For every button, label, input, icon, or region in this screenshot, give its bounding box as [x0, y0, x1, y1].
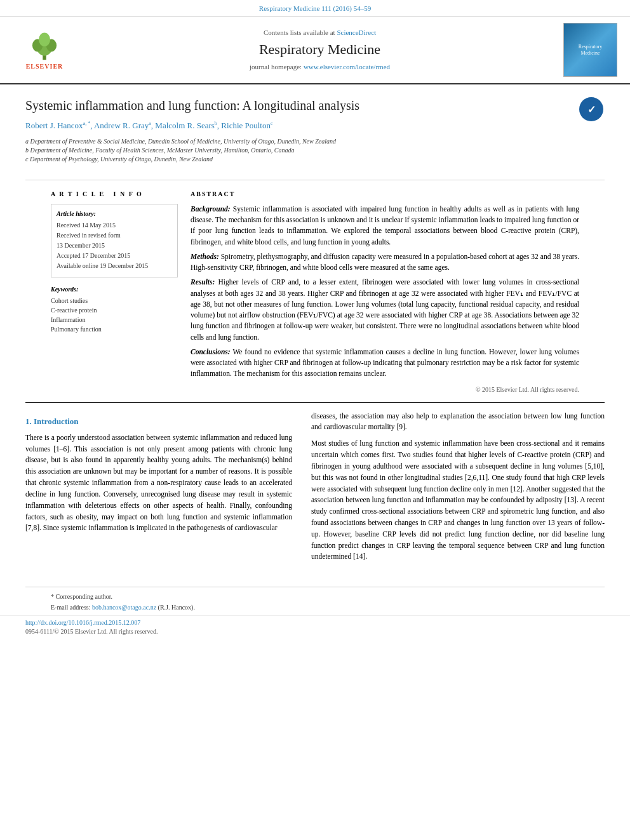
abstract-text: Background: Systemic inflammation is ass…	[191, 204, 579, 394]
intro-paragraph-2: diseases, the association may also help …	[311, 411, 605, 434]
author3-name: , Malcolm R. Sears	[151, 121, 215, 131]
background-label: Background:	[191, 205, 231, 213]
contents-line: Contents lists available at ScienceDirec…	[89, 28, 551, 37]
journal-ref-text: Respiratory Medicine 111 (2016) 54–59	[259, 4, 371, 12]
elsevier-brand-text: ELSEVIER	[26, 62, 64, 71]
article-history-heading: Article history:	[57, 210, 172, 218]
keywords-heading: Keywords:	[51, 285, 178, 294]
body-right-col: diseases, the association may also help …	[311, 411, 605, 568]
abstract-methods: Methods: Spirometry, plethysmography, an…	[191, 251, 579, 274]
abstract-background: Background: Systemic inflammation is ass…	[191, 204, 579, 248]
body-left-col: 1. Introduction There is a poorly unders…	[25, 411, 292, 568]
author1-sup: a, *	[83, 121, 91, 126]
section-divider	[25, 402, 605, 403]
article-info-col: A R T I C L E I N F O Article history: R…	[51, 190, 178, 394]
article-info-abstract-section: A R T I C L E I N F O Article history: R…	[25, 180, 605, 394]
footnotes-area: * Corresponding author. E-mail address: …	[25, 587, 605, 612]
conclusions-text: We found no evidence that systemic infla…	[191, 348, 579, 378]
sciencedirect-link[interactable]: ScienceDirect	[337, 29, 376, 36]
intro-paragraph-3: Most studies of lung function and system…	[311, 438, 605, 563]
copyright-text: © 2015 Elsevier Ltd. All rights reserved…	[191, 385, 579, 394]
online-date: Available online 19 December 2015	[57, 262, 172, 270]
email-note: E-mail address: bob.hancox@otago.ac.nz (…	[51, 603, 579, 612]
keyword-4: Pulmonary function	[51, 324, 178, 334]
introduction-heading: 1. Introduction	[25, 416, 292, 427]
abstract-heading: ABSTRACT	[191, 190, 579, 199]
introduction-text-right: diseases, the association may also help …	[311, 411, 605, 563]
keywords-box: Keywords: Cohort studies C-reactive prot…	[51, 285, 178, 334]
corresponding-author-note: * Corresponding author.	[51, 592, 579, 601]
accepted-date: Accepted 17 December 2015	[57, 251, 172, 260]
body-section: 1. Introduction There is a poorly unders…	[0, 411, 630, 568]
intro-paragraph-1: There is a poorly understood association…	[25, 432, 292, 534]
bottom-bar: http://dx.doi.org/10.1016/j.rmed.2015.12…	[0, 615, 630, 639]
svg-text:✓: ✓	[587, 104, 596, 115]
article-title: Systemic inflammation and lung function:…	[25, 97, 573, 114]
authors-line: Robert J. Hancoxa, *, Andrew R. Graya, M…	[25, 120, 573, 132]
homepage-link[interactable]: www.elsevier.com/locate/rmed	[304, 63, 390, 70]
affiliation-b: b Department of Medicine, Faculty of Hea…	[25, 146, 573, 155]
abstract-col: ABSTRACT Background: Systemic inflammati…	[191, 190, 579, 394]
doi-link[interactable]: http://dx.doi.org/10.1016/j.rmed.2015.12…	[25, 619, 140, 626]
abstract-results: Results: Higher levels of CRP and, to a …	[191, 277, 579, 343]
article-info-label: A R T I C L E I N F O	[51, 190, 178, 199]
results-label: Results:	[191, 278, 215, 286]
journal-center-header: Contents lists available at ScienceDirec…	[76, 28, 563, 72]
revised-date: 13 December 2015	[57, 241, 172, 250]
introduction-text-left: There is a poorly understood association…	[25, 432, 292, 534]
results-text: Higher levels of CRP and, to a lesser ex…	[191, 278, 579, 340]
author4-sup: c	[271, 121, 273, 126]
journal-homepage: journal homepage: www.elsevier.com/locat…	[89, 62, 551, 72]
crossmark-badge: ✓	[579, 97, 605, 123]
conclusions-label: Conclusions:	[191, 348, 231, 356]
affiliation-c: c Department of Psychology, University o…	[25, 155, 573, 164]
abstract-conclusions: Conclusions: We found no evidence that s…	[191, 347, 579, 380]
methods-label: Methods:	[191, 253, 219, 260]
issn-text: 0954-6111/© 2015 Elsevier Ltd. All right…	[25, 628, 158, 635]
keyword-1: Cohort studies	[51, 296, 178, 305]
svg-point-4	[39, 32, 50, 46]
article-title-section: Systemic inflammation and lung function:…	[0, 84, 630, 173]
email-link[interactable]: bob.hancox@otago.ac.nz	[92, 604, 156, 611]
affiliation-a: a Department of Preventive & Social Medi…	[25, 137, 573, 146]
elsevier-tree-icon	[25, 29, 64, 61]
keyword-3: Inflammation	[51, 315, 178, 324]
journal-header: ELSEVIER Contents lists available at Sci…	[0, 17, 630, 84]
affiliations: a Department of Preventive & Social Medi…	[25, 137, 573, 164]
author1-name: Robert J. Hancox	[25, 121, 83, 131]
methods-text: Spirometry, plethysmography, and diffusi…	[191, 253, 579, 271]
revised-label: Received in revised form	[57, 231, 172, 240]
keyword-2: C-reactive protein	[51, 305, 178, 315]
page: Respiratory Medicine 111 (2016) 54–59 EL…	[0, 0, 630, 840]
received-date: Received 14 May 2015	[57, 221, 172, 230]
elsevier-logo: ELSEVIER	[13, 29, 76, 71]
journal-title: Respiratory Medicine	[89, 40, 551, 60]
author4-name: , Richie Poulton	[217, 121, 271, 131]
journal-thumbnail: RespiratoryMedicine	[563, 23, 617, 77]
author2-name: , Andrew R. Gray	[90, 121, 149, 131]
article-history-box: Article history: Received 14 May 2015 Re…	[51, 204, 178, 277]
journal-reference-bar: Respiratory Medicine 111 (2016) 54–59	[0, 0, 630, 17]
background-text: Systemic inflammation is associated with…	[191, 205, 579, 246]
crossmark-icon: ✓	[579, 97, 603, 121]
